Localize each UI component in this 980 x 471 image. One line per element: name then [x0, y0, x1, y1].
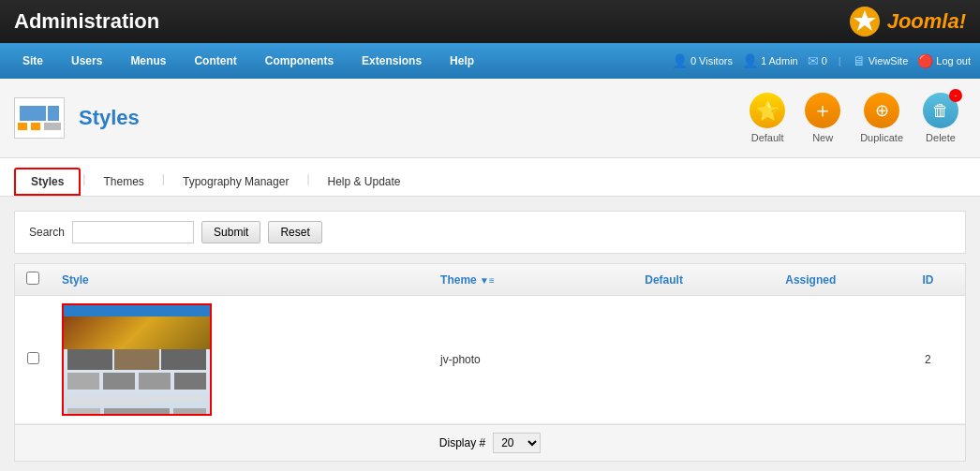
preview-line-1: [67, 397, 206, 400]
delete-badge: -: [949, 89, 962, 102]
preview-cell-7: [174, 373, 206, 390]
toolbar: ⭐ Default ＋ New ⊕ Duplicate 🗑 - Delete: [742, 88, 966, 148]
joomla-logo-text: Joomla!: [887, 9, 966, 34]
display-label: Display #: [439, 436, 485, 449]
nav-site[interactable]: Site: [9, 49, 56, 73]
view-site-link[interactable]: 🖥 ViewSite: [853, 53, 909, 68]
nav-components[interactable]: Components: [252, 49, 347, 73]
page-title-area: Styles: [14, 97, 140, 139]
admins-count: 1 Admin: [761, 55, 798, 66]
search-input[interactable]: [72, 221, 194, 243]
search-label: Search: [29, 226, 65, 239]
preview-cell-3: [161, 349, 206, 370]
nav-separator: |: [839, 55, 841, 66]
nav-menus[interactable]: Menus: [117, 49, 179, 73]
star-icon: ⭐: [750, 93, 785, 128]
logout-link[interactable]: 🔴 Log out: [917, 53, 971, 68]
page-icon: [14, 97, 65, 139]
new-button-label: New: [812, 132, 833, 143]
nav-bar: Site Users Menus Content Components Exte…: [0, 43, 980, 79]
preview-banner-img: [64, 316, 210, 349]
tab-sep-3: |: [306, 172, 309, 191]
preview-line-2: [67, 402, 151, 405]
nav-users[interactable]: Users: [58, 49, 115, 73]
preview-cell-4: [67, 373, 99, 390]
reset-button[interactable]: Reset: [268, 221, 321, 243]
tab-themes[interactable]: Themes: [87, 169, 159, 195]
preview-cell-5: [103, 373, 135, 390]
search-bar: Search Submit Reset: [14, 211, 966, 254]
row-checkbox-cell[interactable]: [15, 296, 51, 424]
tab-sep-1: |: [82, 172, 85, 191]
sort-icon: ▼≡: [480, 275, 495, 286]
theme-cell: jv-photo: [429, 296, 598, 424]
messages-indicator: ✉ 0: [808, 53, 827, 68]
default-column-header: Default: [598, 264, 731, 296]
default-button-label: Default: [751, 132, 784, 143]
logout-label: Log out: [936, 55, 971, 66]
default-cell: [598, 296, 731, 424]
preview-text: [67, 397, 206, 406]
page-title: Styles: [79, 106, 140, 130]
trash-icon: 🗑 -: [923, 93, 958, 128]
nav-menu: Site Users Menus Content Components Exte…: [9, 49, 487, 73]
visitors-icon: 👤: [672, 53, 688, 68]
view-site-label: ViewSite: [869, 55, 909, 66]
styles-table: Style Theme ▼≡ Default Assigned ID: [14, 263, 966, 462]
visitors-indicator: 👤 0 Visitors: [672, 53, 733, 68]
messages-count: 0: [822, 55, 827, 66]
id-cell: 2: [891, 296, 965, 424]
id-column-header: ID: [891, 264, 965, 296]
theme-column-header[interactable]: Theme ▼≡: [429, 264, 598, 296]
joomla-logo-icon: [848, 5, 882, 38]
style-preview[interactable]: [62, 303, 212, 416]
preview-header: [64, 305, 210, 316]
tab-sep-2: |: [162, 172, 165, 191]
tab-typography[interactable]: Typography Manager: [167, 169, 304, 195]
duplicate-icon: ⊕: [864, 93, 899, 128]
preview-banner: [64, 316, 210, 349]
table: Style Theme ▼≡ Default Assigned ID: [15, 264, 965, 424]
table-footer: Display # 5 10 15 20 25 30 50 100 All: [15, 424, 965, 461]
preview-cell-10: [173, 408, 206, 416]
view-site-icon: 🖥: [853, 53, 866, 68]
nav-content[interactable]: Content: [181, 49, 249, 73]
tab-help[interactable]: Help & Update: [312, 169, 417, 195]
admin-icon: 👤: [742, 53, 758, 68]
select-all-header[interactable]: [15, 264, 51, 296]
preview-cell-8: [67, 408, 100, 416]
page-header: Styles ⭐ Default ＋ New ⊕ Duplicate 🗑 - D…: [0, 79, 980, 158]
preview-cell-2: [114, 349, 159, 370]
row-checkbox[interactable]: [27, 352, 39, 364]
default-button[interactable]: ⭐ Default: [742, 88, 793, 148]
style-column-header[interactable]: Style: [51, 264, 429, 296]
duplicate-button[interactable]: ⊕ Duplicate: [853, 88, 911, 148]
plus-icon: ＋: [805, 93, 840, 128]
preview-row3: [67, 408, 206, 416]
delete-button[interactable]: 🗑 - Delete: [915, 88, 966, 148]
nav-right: 👤 0 Visitors 👤 1 Admin ✉ 0 | 🖥 ViewSite …: [672, 53, 971, 68]
admin-title: Administration: [14, 9, 159, 34]
table-row: jv-photo 2: [15, 296, 965, 424]
select-all-checkbox[interactable]: [26, 272, 39, 285]
preview-grid: [67, 349, 206, 370]
preview-inner: [64, 305, 210, 414]
display-select[interactable]: 5 10 15 20 25 30 50 100 All: [493, 433, 541, 453]
content-area: Search Submit Reset Style Theme ▼≡: [0, 197, 980, 471]
assigned-cell: [731, 296, 891, 424]
delete-button-label: Delete: [926, 132, 956, 143]
joomla-logo: Joomla!: [848, 5, 966, 38]
style-cell: [51, 296, 429, 424]
admin-bar: Administration Joomla!: [0, 0, 980, 43]
preview-row2: [67, 373, 206, 390]
preview-cell-1: [67, 349, 112, 370]
nav-help[interactable]: Help: [437, 49, 487, 73]
preview-cell-9: [104, 408, 170, 416]
visitors-count: 0 Visitors: [690, 55, 733, 66]
new-button[interactable]: ＋ New: [797, 88, 848, 148]
preview-cell-6: [139, 373, 171, 390]
message-icon: ✉: [808, 53, 819, 68]
tab-styles[interactable]: Styles: [14, 168, 81, 196]
nav-extensions[interactable]: Extensions: [349, 49, 435, 73]
submit-button[interactable]: Submit: [201, 221, 260, 243]
